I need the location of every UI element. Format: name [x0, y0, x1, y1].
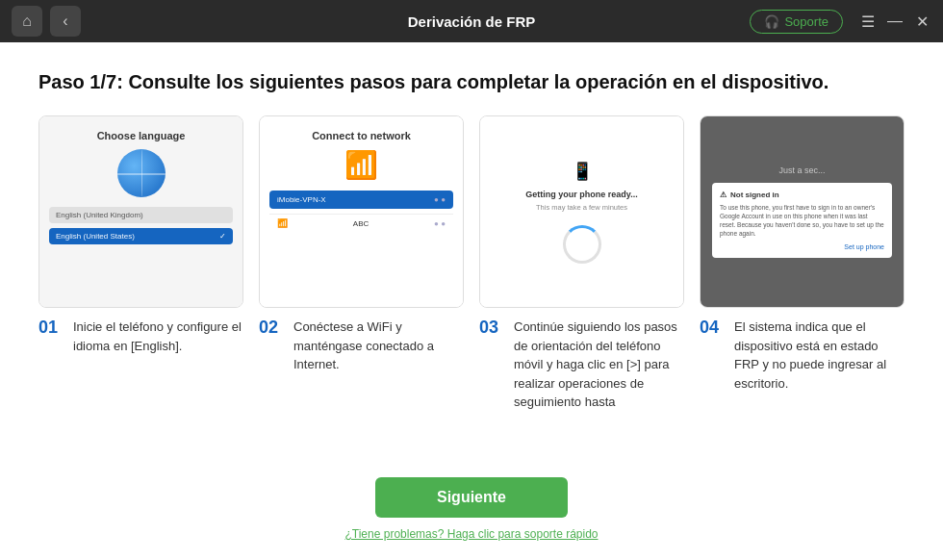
titlebar: ⌂ ‹ Derivación de FRP 🎧 Soporte ☰ — ✕	[0, 0, 943, 42]
check-icon: ✓	[219, 232, 226, 241]
step-1-text: Inicie el teléfono y configure el idioma…	[73, 318, 243, 355]
not-signed-in-screen: Just a sec... ⚠ Not signed in To use thi…	[701, 116, 904, 307]
wifi-icon: 📶	[344, 149, 378, 181]
alert-title-text: Not signed in	[730, 191, 779, 199]
support-label: Soporte	[784, 14, 828, 29]
mock-title-1: Choose language	[97, 130, 186, 141]
step-4-number: 04	[700, 318, 726, 339]
step-4-text: El sistema indica que el dispositivo est…	[734, 318, 905, 393]
back-button[interactable]: ‹	[50, 6, 81, 37]
headset-icon: 🎧	[764, 14, 779, 29]
vpn-label: iMobie-VPN-X	[277, 195, 326, 204]
loading-title: Getting your phone ready...	[525, 190, 637, 199]
menu-button[interactable]: ☰	[858, 12, 878, 31]
step-2-number: 02	[259, 318, 286, 339]
step-2-card: Connect to network 📶 iMobie-VPN-X ● ● 📶 …	[259, 115, 464, 412]
close-button[interactable]: ✕	[912, 12, 931, 31]
step-4-desc: 04 El sistema indica que el dispositivo …	[700, 318, 905, 393]
step-3-text: Continúe siguiendo los pasos de orientac…	[514, 318, 684, 412]
vpn-network-row: iMobie-VPN-X ● ●	[269, 191, 453, 209]
support-button[interactable]: 🎧 Soporte	[750, 10, 843, 34]
alert-title: ⚠ Not signed in	[720, 191, 884, 199]
language-blue-label: English (United States)	[56, 232, 135, 241]
abc-network-label: ABC	[353, 219, 369, 228]
titlebar-right: 🎧 Soporte ☰ — ✕	[750, 10, 931, 34]
abc-dots: ● ●	[434, 219, 446, 228]
step-3-card: 📱 Getting your phone ready... This may t…	[479, 115, 684, 412]
alert-box: ⚠ Not signed in To use this phone, you f…	[712, 183, 892, 258]
home-button[interactable]: ⌂	[12, 6, 42, 37]
step-2-image: Connect to network 📶 iMobie-VPN-X ● ● 📶 …	[259, 115, 464, 308]
titlebar-left: ⌂ ‹	[12, 6, 81, 37]
step-2-desc: 02 Conéctese a WiFi y manténgase conecta…	[259, 318, 464, 374]
main-content: Paso 1/7: Consulte los siguientes pasos …	[0, 42, 943, 560]
step-1-desc: 01 Inicie el teléfono y configure el idi…	[38, 318, 243, 355]
back-icon: ‹	[63, 13, 67, 30]
warning-icon: ⚠	[720, 191, 726, 199]
alert-body: To use this phone, you first have to sig…	[720, 203, 884, 238]
step-3-desc: 03 Continúe siguiendo los pasos de orien…	[479, 318, 684, 412]
steps-row: Choose language English (United Kingdom)…	[38, 115, 905, 412]
help-link[interactable]: ¿Tiene problemas? Haga clic para soporte…	[344, 527, 598, 541]
step-1-number: 01	[38, 318, 65, 339]
alert-link: Set up phone	[720, 243, 884, 250]
step-3-image: 📱 Getting your phone ready... This may t…	[479, 115, 684, 308]
mock-title-2: Connect to network	[312, 130, 411, 141]
page-title: Paso 1/7: Consulte los siguientes pasos …	[38, 69, 905, 94]
loading-sub: This may take a few minutes	[536, 203, 627, 212]
home-icon: ⌂	[22, 13, 32, 30]
next-button[interactable]: Siguiente	[375, 477, 568, 518]
loading-spinner	[563, 225, 601, 264]
step-1-card: Choose language English (United Kingdom)…	[38, 115, 243, 412]
window-controls: ☰ — ✕	[858, 12, 931, 31]
choose-language-screen: Choose language English (United Kingdom)…	[39, 116, 242, 307]
step-2-text: Conéctese a WiFi y manténgase conectado …	[293, 318, 464, 374]
step-3-number: 03	[479, 318, 506, 339]
step-4-image: Just a sec... ⚠ Not signed in To use thi…	[700, 115, 905, 308]
minimize-button[interactable]: —	[885, 12, 905, 31]
globe-icon	[117, 149, 166, 197]
bottom-section: Siguiente ¿Tiene problemas? Haga clic pa…	[38, 468, 905, 541]
step-1-image: Choose language English (United Kingdom)…	[38, 115, 243, 308]
abc-network-row: 📶 ABC ● ●	[269, 214, 453, 232]
getting-phone-ready-screen: 📱 Getting your phone ready... This may t…	[480, 116, 683, 307]
connect-network-screen: Connect to network 📶 iMobie-VPN-X ● ● 📶 …	[260, 116, 463, 307]
titlebar-title: Derivación de FRP	[408, 13, 536, 30]
language-option-gray: English (United Kingdom)	[49, 207, 233, 223]
language-option-blue: English (United States) ✓	[49, 228, 233, 244]
phone-icon: 📱	[572, 161, 593, 182]
vpn-info: ● ●	[434, 195, 446, 204]
just-a-sec-label: Just a sec...	[778, 165, 825, 175]
step-4-card: Just a sec... ⚠ Not signed in To use thi…	[700, 115, 905, 412]
